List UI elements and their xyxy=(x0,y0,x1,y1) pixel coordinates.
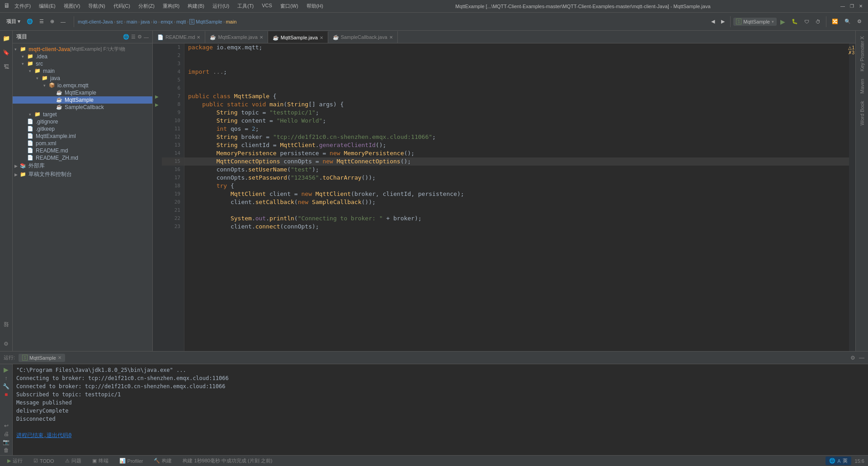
tree-item-target[interactable]: ▾ 📁 target xyxy=(13,111,152,118)
tree-item-package[interactable]: ▾ 📦 io.emqx.mqtt xyxy=(13,82,152,89)
tab-mqttexample[interactable]: ☕ MqttExample.java ✕ xyxy=(205,31,268,43)
run-config-dropdown[interactable]: 🅂 MqttSample ▾ xyxy=(733,18,777,26)
tree-item-root[interactable]: ▾ 📁 mqtt-client-Java [MqttExample] F:\大学… xyxy=(13,45,152,53)
tab-mqttsample[interactable]: ☕ MqttSample.java ✕ xyxy=(268,31,328,43)
menu-analyze[interactable]: 分析(Z) xyxy=(135,2,158,10)
breadcrumb-item-7[interactable]: 🅂 MqttSample xyxy=(189,19,222,24)
tree-item-mqttexample[interactable]: ☕ MqttExample xyxy=(13,89,152,96)
tab-samplecallback-close[interactable]: ✕ xyxy=(389,35,393,40)
profile-button[interactable]: ⏱ xyxy=(813,17,823,26)
bottom-minimize-icon[interactable]: — xyxy=(859,355,864,361)
tree-item-mqttsample[interactable]: ☕ MqttSample xyxy=(13,96,152,104)
toolbar-collapse[interactable]: — xyxy=(58,17,68,26)
key-promoter-tab[interactable]: Key Promoter X xyxy=(859,33,866,75)
run-stop-btn[interactable]: ■ xyxy=(5,391,8,398)
tree-item-gitignore[interactable]: 📄 .gitignore xyxy=(13,118,152,125)
menu-build[interactable]: 构建(B) xyxy=(184,2,208,10)
status-tab-build[interactable]: 🔨 构建 xyxy=(150,456,175,465)
tree-item-readme[interactable]: 📄 README.md xyxy=(13,147,152,154)
run-line-8[interactable]: ▶ xyxy=(153,100,161,109)
vcs-button[interactable]: 🔀 xyxy=(829,17,841,26)
tree-item-src[interactable]: ▾ 📁 src xyxy=(13,60,152,67)
console-line-9[interactable]: 进程已结束,退出代码0 xyxy=(16,431,864,439)
run-print-btn[interactable]: 🖨 xyxy=(4,431,9,437)
menu-file[interactable]: 文件(F) xyxy=(11,2,34,10)
breadcrumb-item-4[interactable]: io xyxy=(153,19,157,24)
navigate-forward[interactable]: ▶ xyxy=(718,17,727,26)
menu-refactor[interactable]: 重构(R) xyxy=(159,2,183,10)
sidebar-btn-2[interactable]: ☰ xyxy=(131,34,136,40)
run-clear-btn[interactable]: 🗑 xyxy=(4,447,9,453)
status-tab-profiler[interactable]: 📊 Profiler xyxy=(116,457,147,465)
tab-mqttsample-close[interactable]: ✕ xyxy=(320,35,323,40)
run-line-7[interactable]: ▶ xyxy=(153,92,161,100)
tree-item-gitkeep[interactable]: 📄 .gitkeep xyxy=(13,125,152,133)
toolbar-icon2[interactable]: ☰ xyxy=(37,17,47,26)
breadcrumb-item-5[interactable]: emqx xyxy=(160,19,173,24)
toolbar-icon1[interactable]: 🌐 xyxy=(24,17,36,26)
navigate-back[interactable]: ◀ xyxy=(708,17,717,26)
toolbar-project-btn[interactable]: 项目 ▾ xyxy=(4,16,23,27)
close-button[interactable]: ✕ xyxy=(857,3,864,10)
project-tool-icon[interactable]: 📁 xyxy=(1,33,12,43)
breadcrumb-item-0[interactable]: mqtt-client-Java xyxy=(78,19,113,24)
word-book-tab[interactable]: Word Book xyxy=(859,97,866,129)
structure-icon[interactable]: 🏗 xyxy=(1,62,12,72)
tree-item-main[interactable]: ▾ 📁 main xyxy=(13,67,152,75)
debug-button[interactable]: 🐛 xyxy=(789,17,801,26)
tab-readme[interactable]: 📄 README.md ✕ xyxy=(153,31,205,43)
bookmarks-icon[interactable]: 🔖 xyxy=(1,47,12,58)
menu-view[interactable]: 视图(V) xyxy=(60,2,84,10)
tree-item-iml[interactable]: 📄 MqttExample.iml xyxy=(13,133,152,140)
tab-readme-close[interactable]: ✕ xyxy=(197,35,200,40)
status-tab-run[interactable]: ▶ 运行 xyxy=(4,456,26,465)
sidebar-btn-4[interactable]: — xyxy=(144,34,149,40)
menu-navigate[interactable]: 导航(N) xyxy=(85,2,108,10)
search-everywhere[interactable]: 🔍 xyxy=(842,17,854,26)
run-tab-close[interactable]: ✕ xyxy=(58,355,61,360)
tree-item-samplecallback[interactable]: ☕ SampleCallback xyxy=(13,104,152,111)
sidebar-btn-3[interactable]: ⚙ xyxy=(137,34,142,40)
tree-item-java[interactable]: ▾ 📁 java xyxy=(13,75,152,82)
bottom-settings-icon[interactable]: ⚙ xyxy=(850,355,855,361)
sidebar-btn-1[interactable]: 🌐 xyxy=(123,34,129,40)
tree-item-pom[interactable]: 📄 pom.xml xyxy=(13,140,152,147)
status-tab-issues[interactable]: ⚠ 问题 xyxy=(61,456,85,465)
breadcrumb-item-1[interactable]: src xyxy=(116,19,123,24)
run-tools-btn[interactable]: 🔧 xyxy=(3,383,9,390)
menu-window[interactable]: 窗口(W) xyxy=(277,2,302,10)
run-tab[interactable]: 🅂 MqttSample ✕ xyxy=(19,354,65,362)
breadcrumb-item-8[interactable]: main xyxy=(226,19,236,24)
breadcrumb-item-6[interactable]: mqtt xyxy=(176,19,186,24)
run-wrap-btn[interactable]: ↩ xyxy=(4,423,9,429)
minimize-button[interactable]: — xyxy=(839,3,846,10)
run-play-btn[interactable]: ▶ xyxy=(4,366,9,373)
menu-edit[interactable]: 编辑(E) xyxy=(35,2,59,10)
status-tab-terminal[interactable]: ▣ 终端 xyxy=(89,456,112,465)
settings-button[interactable]: ⚙ xyxy=(854,17,864,26)
toolbar-icon3[interactable]: ⊕ xyxy=(47,17,57,26)
tree-item-idea[interactable]: ▾ 📁 .idea xyxy=(13,53,152,60)
terminal-icon[interactable]: ⚙ xyxy=(1,338,12,349)
left-bottom-label[interactable]: 运行 xyxy=(3,328,9,335)
menu-vcs[interactable]: VCS xyxy=(258,2,276,10)
menu-help[interactable]: 帮助(H) xyxy=(303,2,327,10)
tree-item-scratch[interactable]: ▶ 📁 草稿文件和控制台 xyxy=(13,170,152,179)
run-button[interactable]: ▶ xyxy=(778,16,788,27)
status-tab-todo[interactable]: ☑ TODO xyxy=(30,457,58,465)
maven-tab[interactable]: Maven xyxy=(859,75,866,97)
maximize-button[interactable]: ❐ xyxy=(848,3,855,10)
tab-samplecallback[interactable]: ☕ SampleCallback.java ✕ xyxy=(328,31,398,43)
run-rerun-btn[interactable]: ↑ xyxy=(5,375,8,381)
run-with-coverage[interactable]: 🛡 xyxy=(802,17,812,26)
code-content[interactable]: package io.emqx.mqtt; import ...; public… xyxy=(184,43,849,351)
tree-item-external[interactable]: ▶ 📚 外部库 xyxy=(13,162,152,170)
tree-item-readme-zh[interactable]: 📄 README_ZH.md xyxy=(13,154,152,162)
menu-tools[interactable]: 工具(T) xyxy=(234,2,257,10)
tab-mqttexample-close[interactable]: ✕ xyxy=(259,35,263,40)
breadcrumb-item-2[interactable]: main xyxy=(127,19,137,24)
menu-code[interactable]: 代码(C) xyxy=(110,2,134,10)
breadcrumb-item-3[interactable]: java xyxy=(141,19,150,24)
run-camera-btn[interactable]: 📷 xyxy=(3,439,9,445)
menu-run[interactable]: 运行(U) xyxy=(209,2,233,10)
